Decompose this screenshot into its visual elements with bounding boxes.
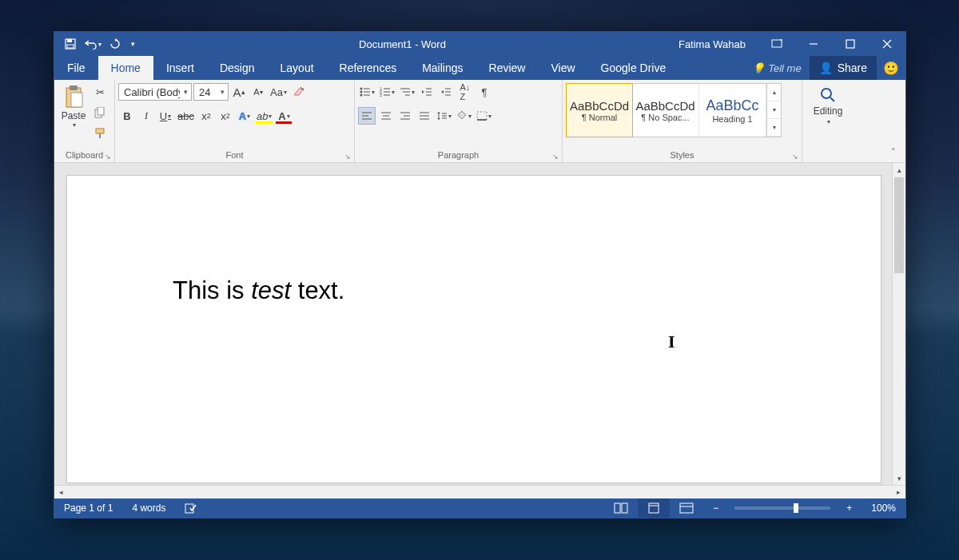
read-mode-icon[interactable] [604, 498, 638, 518]
sort-icon[interactable]: A↓Z [456, 83, 474, 101]
style-heading-1[interactable]: AaBbCcHeading 1 [699, 84, 766, 137]
word-window: ▾ ▾ Document1 - Word Fatima Wahab File H… [54, 32, 905, 518]
group-label-clipboard: Clipboard↘ [54, 149, 114, 163]
svg-rect-52 [477, 112, 487, 120]
cut-icon[interactable]: ✂ [91, 83, 109, 101]
copy-icon[interactable] [91, 104, 109, 121]
document-page[interactable]: This is test text. I [66, 175, 881, 483]
change-case-icon[interactable]: Aa▾ [269, 83, 288, 101]
grow-font-icon[interactable]: A▴ [230, 83, 248, 101]
paste-button[interactable]: Paste▾ [58, 83, 90, 129]
tab-home[interactable]: Home [98, 56, 153, 80]
font-size-combo[interactable]: 24▾ [193, 83, 229, 101]
undo-icon[interactable]: ▾ [82, 32, 104, 56]
zoom-level[interactable]: 100% [862, 498, 905, 518]
numbering-icon[interactable]: 123▾ [378, 83, 396, 101]
bold-button[interactable]: B [118, 107, 136, 125]
group-paragraph: ▾ 123▾ ▾ A↓Z ¶ ▾ ▾ ▾ Par [355, 80, 563, 163]
dialog-launcher-icon[interactable]: ↘ [790, 152, 800, 161]
styles-gallery-more[interactable]: ▴▾▾ [766, 84, 781, 137]
document-text[interactable]: This is test text. [67, 176, 881, 305]
vertical-scrollbar[interactable]: ▴ ▾ [892, 163, 905, 485]
ribbon-tabs: File Home Insert Design Layout Reference… [54, 56, 905, 80]
decrease-indent-icon[interactable] [418, 83, 436, 101]
shading-icon[interactable]: ▾ [455, 107, 473, 125]
save-icon[interactable] [59, 32, 82, 56]
zoom-out-button[interactable]: − [703, 498, 728, 518]
zoom-slider[interactable] [734, 506, 830, 510]
zoom-slider-handle[interactable] [794, 503, 798, 513]
editing-button[interactable]: Editing▾ [806, 83, 850, 129]
superscript-button[interactable]: x2 [217, 107, 234, 125]
tab-mailings[interactable]: Mailings [409, 56, 476, 80]
horizontal-scrollbar[interactable]: ◂ ▸ [54, 485, 905, 498]
tab-insert[interactable]: Insert [153, 56, 207, 80]
underline-button[interactable]: U▾ [157, 107, 174, 125]
tab-view[interactable]: View [538, 56, 587, 80]
tell-me-search[interactable]: 💡Tell me [744, 62, 809, 74]
maximize-icon[interactable] [832, 32, 869, 56]
share-button[interactable]: 👤Share [810, 56, 877, 80]
minimize-icon[interactable] [795, 32, 832, 56]
align-right-icon[interactable] [396, 107, 414, 125]
scroll-down-icon[interactable]: ▾ [893, 471, 905, 485]
scroll-up-icon[interactable]: ▴ [893, 163, 905, 177]
repeat-icon[interactable] [104, 32, 126, 56]
tab-review[interactable]: Review [476, 56, 539, 80]
smiley-feedback-icon[interactable]: 🙂 [877, 61, 905, 76]
window-title: Document1 - Word [139, 38, 666, 50]
clipboard-paste-icon [63, 85, 84, 109]
user-name[interactable]: Fatima Wahab [666, 38, 758, 50]
scroll-right-icon[interactable]: ▸ [892, 488, 905, 496]
clear-formatting-icon[interactable] [290, 83, 308, 101]
subscript-button[interactable]: x2 [197, 107, 215, 125]
print-layout-icon[interactable] [638, 498, 670, 518]
status-proofing-icon[interactable] [175, 498, 207, 518]
bullets-icon[interactable]: ▾ [358, 83, 376, 101]
group-label-font: Font↘ [115, 149, 354, 163]
text-effects-icon[interactable]: A▾ [236, 107, 253, 125]
highlight-color-icon[interactable]: ab▾ [255, 107, 273, 125]
align-left-icon[interactable] [358, 107, 376, 125]
web-layout-icon[interactable] [670, 498, 703, 518]
status-word-count[interactable]: 4 words [122, 498, 175, 518]
dialog-launcher-icon[interactable]: ↘ [103, 152, 113, 161]
strikethrough-button[interactable]: abc [176, 107, 196, 125]
dialog-launcher-icon[interactable]: ↘ [343, 152, 352, 161]
style-no-spacing[interactable]: AaBbCcDd¶ No Spac... [632, 84, 699, 137]
font-name-combo[interactable]: Calibri (Body)▾ [118, 83, 192, 101]
justify-icon[interactable] [416, 107, 433, 125]
close-icon[interactable] [869, 32, 905, 56]
tab-design[interactable]: Design [207, 56, 268, 80]
tab-references[interactable]: References [327, 56, 410, 80]
borders-icon[interactable]: ▾ [475, 107, 493, 125]
tab-layout[interactable]: Layout [268, 56, 327, 80]
align-center-icon[interactable] [377, 107, 395, 125]
multilevel-list-icon[interactable]: ▾ [398, 83, 416, 101]
scroll-thumb[interactable] [894, 177, 904, 273]
style-normal[interactable]: AaBbCcDd¶ Normal [566, 83, 633, 137]
ribbon-display-icon[interactable] [758, 32, 795, 56]
svg-rect-10 [71, 93, 82, 107]
scroll-left-icon[interactable]: ◂ [54, 488, 68, 496]
show-paragraph-marks-icon[interactable]: ¶ [476, 83, 493, 101]
italic-button[interactable]: I [137, 107, 155, 125]
tab-file[interactable]: File [54, 56, 98, 80]
text-cursor-icon: I [668, 332, 675, 352]
group-clipboard: Paste▾ ✂ Clipboard↘ [54, 80, 115, 163]
format-painter-icon[interactable] [91, 125, 109, 142]
titlebar: ▾ ▾ Document1 - Word Fatima Wahab [54, 32, 905, 56]
svg-text:3: 3 [380, 93, 382, 97]
zoom-in-button[interactable]: + [837, 498, 862, 518]
tab-google-drive[interactable]: Google Drive [588, 56, 679, 80]
svg-point-15 [360, 88, 363, 90]
qat-customize-icon[interactable]: ▾ [126, 32, 139, 56]
line-spacing-icon[interactable]: ▾ [435, 107, 453, 125]
increase-indent-icon[interactable] [437, 83, 455, 101]
font-color-icon[interactable]: A▾ [275, 107, 292, 125]
collapse-ribbon-icon[interactable]: ˄ [886, 145, 901, 159]
svg-rect-9 [70, 85, 78, 90]
status-page[interactable]: Page 1 of 1 [54, 498, 122, 518]
dialog-launcher-icon[interactable]: ↘ [551, 152, 560, 161]
shrink-font-icon[interactable]: A▾ [249, 83, 267, 101]
